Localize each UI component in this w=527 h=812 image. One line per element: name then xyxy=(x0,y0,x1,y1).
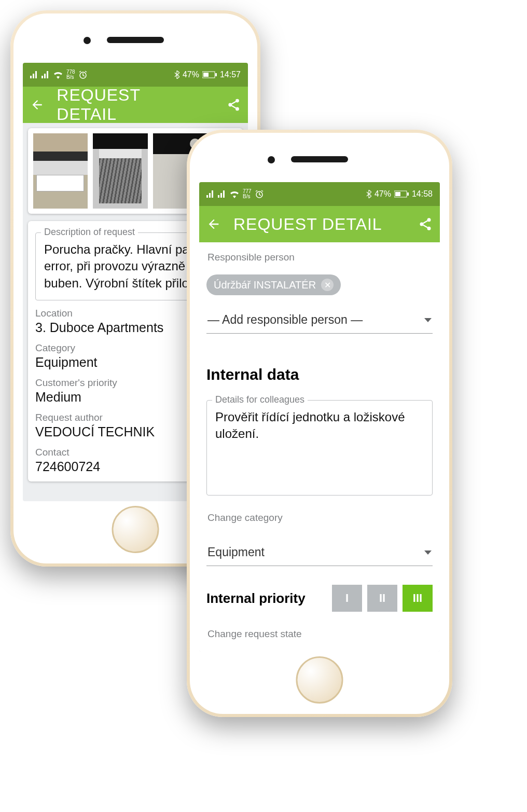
status-bar: 777B/s 47% 14:58 xyxy=(199,182,440,206)
add-responsible-dropdown[interactable]: — Add responsible person — xyxy=(206,307,433,334)
bluetooth-icon xyxy=(366,190,371,198)
title-bar: REQUEST DETAIL xyxy=(199,206,440,242)
svg-rect-11 xyxy=(395,192,400,196)
svg-point-6 xyxy=(235,107,239,111)
description-legend: Description of request xyxy=(41,227,138,238)
change-state-label: Change request state xyxy=(207,628,432,640)
phone-right: 777B/s 47% 14:58 REQUEST DETAIL Responsi… xyxy=(187,130,452,717)
svg-point-15 xyxy=(427,227,431,230)
bluetooth-icon xyxy=(174,71,179,79)
remove-chip-icon[interactable]: ✕ xyxy=(321,279,334,291)
chevron-down-icon xyxy=(424,318,432,322)
svg-point-14 xyxy=(420,223,424,226)
title-bar: REQUEST DETAIL xyxy=(23,87,248,123)
content-area: Responsible person Údržbář INSTALATÉR ✕ … xyxy=(199,242,440,652)
priority-1-button[interactable]: I xyxy=(332,585,362,612)
back-icon[interactable] xyxy=(206,217,221,231)
home-button[interactable] xyxy=(296,656,343,704)
photo-thumbnail[interactable] xyxy=(33,133,88,209)
battery-percent: 47% xyxy=(183,70,199,79)
svg-rect-2 xyxy=(203,73,209,77)
battery-icon xyxy=(394,190,409,198)
alarm-icon xyxy=(255,189,264,199)
svg-point-4 xyxy=(235,99,239,103)
battery-percent: 47% xyxy=(375,189,391,199)
signal-icon xyxy=(206,190,215,198)
change-category-value: Equipment xyxy=(207,545,265,559)
photo-thumbnail[interactable] xyxy=(93,133,147,209)
speaker-icon xyxy=(291,156,348,162)
page-title: REQUEST DETAIL xyxy=(233,215,382,234)
page-title: REQUEST DETAIL xyxy=(57,86,201,124)
priority-2-button[interactable]: II xyxy=(367,585,397,612)
signal-icon xyxy=(218,190,226,198)
share-icon[interactable] xyxy=(418,217,433,231)
details-text: Prověřit řídící jednotku a ložiskové ulo… xyxy=(215,409,424,443)
details-legend: Details for colleagues xyxy=(212,394,308,405)
clock-time: 14:58 xyxy=(412,189,433,199)
change-category-dropdown[interactable]: Equipment xyxy=(206,539,433,566)
camera-icon xyxy=(268,156,275,163)
signal-icon xyxy=(30,71,38,78)
priority-3-button[interactable]: III xyxy=(403,585,433,612)
back-icon[interactable] xyxy=(30,98,44,112)
home-button[interactable] xyxy=(112,506,159,553)
clock-time: 14:57 xyxy=(220,70,241,79)
share-icon[interactable] xyxy=(227,98,241,112)
internal-priority-row: Internal priority I II III xyxy=(206,585,433,612)
responsible-label: Responsible person xyxy=(207,252,432,263)
wifi-icon xyxy=(53,71,63,79)
camera-icon xyxy=(84,37,91,44)
battery-icon xyxy=(202,71,217,78)
internal-priority-label: Internal priority xyxy=(206,590,306,607)
add-responsible-label: — Add responsible person — xyxy=(207,313,363,327)
svg-rect-3 xyxy=(215,73,217,76)
svg-point-13 xyxy=(427,218,431,222)
phone2-screen: 777B/s 47% 14:58 REQUEST DETAIL Responsi… xyxy=(199,182,440,652)
signal-icon xyxy=(41,71,50,78)
speaker-icon xyxy=(107,37,164,43)
details-fieldset[interactable]: Details for colleagues Prověřit řídící j… xyxy=(206,400,433,496)
responsible-chip[interactable]: Údržbář INSTALATÉR ✕ xyxy=(206,274,341,295)
svg-point-5 xyxy=(228,103,232,107)
chevron-down-icon xyxy=(424,550,432,555)
svg-rect-12 xyxy=(407,192,409,196)
change-category-label: Change category xyxy=(207,512,432,524)
responsible-chip-text: Údržbář INSTALATÉR xyxy=(214,279,316,291)
internal-data-title: Internal data xyxy=(206,366,433,383)
status-bar: 778B/s 47% 14:57 xyxy=(23,63,248,87)
alarm-icon xyxy=(78,70,88,79)
wifi-icon xyxy=(229,190,240,198)
